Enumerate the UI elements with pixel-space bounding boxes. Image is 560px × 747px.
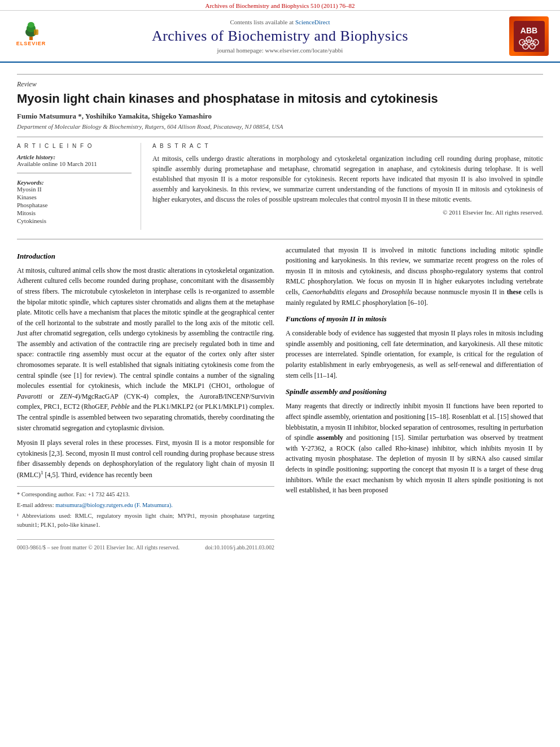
journal-title-block: Contents lists available at ScienceDirec… bbox=[56, 19, 504, 54]
article-type-label: Review bbox=[17, 80, 543, 89]
info-abstract-section: A R T I C L E I N F O Article history: A… bbox=[17, 143, 543, 230]
keyword-1: Myosin II bbox=[17, 186, 132, 193]
email-address: matsumura@biology.rutgers.edu (F. Matsum… bbox=[55, 502, 173, 508]
body-left-column: Introduction At mitosis, cultured animal… bbox=[17, 245, 274, 552]
contents-label: Contents lists available at bbox=[230, 19, 294, 25]
keyword-2: Kinases bbox=[17, 194, 132, 200]
article-info-column: A R T I C L E I N F O Article history: A… bbox=[17, 143, 141, 230]
svg-rect-0 bbox=[29, 37, 33, 40]
keywords-label: Keywords: bbox=[17, 179, 132, 186]
abb-logo-svg: ABB bbox=[514, 21, 545, 52]
elsevier-tree-icon bbox=[17, 21, 45, 41]
sciencedirect-text: ScienceDirect bbox=[295, 19, 330, 25]
doi-text: doi:10.1016/j.abb.2011.03.002 bbox=[205, 543, 274, 552]
keyword-4: Mitosis bbox=[17, 209, 132, 216]
spindle-heading: Spindle assembly and positioning bbox=[286, 386, 543, 397]
copyright-text: © 2011 Elsevier Inc. All rights reserved… bbox=[152, 209, 543, 216]
body-right-column: accumulated that myosin II is involved i… bbox=[286, 245, 543, 552]
functions-heading: Functions of myosin II in mitosis bbox=[286, 313, 543, 325]
body-right-para-1: accumulated that myosin II is involved i… bbox=[286, 245, 543, 308]
issn-text: 0003-9861/$ – see front matter © 2011 El… bbox=[17, 543, 180, 552]
spindle-para: Many reagents that directly or indirectl… bbox=[286, 401, 543, 495]
abb-logo: ABB bbox=[504, 16, 549, 56]
sciencedirect-link[interactable]: ScienceDirect bbox=[295, 19, 330, 25]
keywords-section: Keywords: Myosin II Kinases Phosphatase … bbox=[17, 179, 132, 224]
journal-citation-bar: Archives of Biochemistry and Biophysics … bbox=[0, 0, 560, 11]
article-history: Article history: Available online 10 Mar… bbox=[17, 154, 132, 167]
body-section: Introduction At mitosis, cultured animal… bbox=[17, 245, 543, 552]
affiliation-text: Department of Molecular Biology & Bioche… bbox=[17, 123, 543, 130]
abstract-text: At mitosis, cells undergo drastic altera… bbox=[152, 154, 543, 204]
homepage-text: journal homepage: www.elsevier.com/locat… bbox=[217, 47, 343, 54]
contents-line: Contents lists available at ScienceDirec… bbox=[56, 19, 504, 25]
intro-para-2: Myosin II plays several roles in these p… bbox=[17, 438, 274, 480]
abb-logo-box: ABB bbox=[509, 16, 549, 56]
svg-rect-4 bbox=[34, 29, 38, 35]
top-divider bbox=[17, 74, 543, 75]
article-info-label: A R T I C L E I N F O bbox=[17, 143, 132, 149]
elsevier-text-label: ELSEVIER bbox=[16, 41, 46, 46]
footnote-corresponding: * Corresponding author. Fax: +1 732 445 … bbox=[17, 490, 274, 499]
keywords-list: Myosin II Kinases Phosphatase Mitosis Cy… bbox=[17, 186, 132, 224]
functions-para: A considerable body of evidence has sugg… bbox=[286, 328, 543, 381]
journal-header: ELSEVIER Contents lists available at Sci… bbox=[0, 11, 560, 63]
main-content: Review Myosin light chain kinases and ph… bbox=[0, 63, 560, 563]
history-label: Article history: bbox=[17, 154, 132, 160]
authors-text: Fumio Matsumura *, Yoshihiko Yamakita, S… bbox=[17, 112, 212, 120]
middle-divider bbox=[17, 137, 543, 137]
svg-text:ABB: ABB bbox=[520, 26, 537, 35]
journal-main-title: Archives of Biochemistry and Biophysics bbox=[56, 28, 504, 45]
intro-para-1: At mitosis, cultured animal cells show t… bbox=[17, 265, 274, 434]
abstract-label: A B S T R A C T bbox=[152, 143, 543, 149]
footnote-email: E-mail address: matsumura@biology.rutger… bbox=[17, 501, 274, 510]
intro-heading: Introduction bbox=[17, 251, 274, 262]
homepage-line: journal homepage: www.elsevier.com/locat… bbox=[56, 47, 504, 54]
svg-point-3 bbox=[28, 22, 34, 28]
body-divider bbox=[17, 239, 543, 239]
abstract-column: A B S T R A C T At mitosis, cells underg… bbox=[152, 143, 543, 230]
authors-line: Fumio Matsumura *, Yoshihiko Yamakita, S… bbox=[17, 112, 543, 121]
available-online: Available online 10 March 2011 bbox=[17, 160, 132, 167]
keyword-3: Phosphatase bbox=[17, 202, 132, 208]
keyword-5: Cytokinesis bbox=[17, 217, 132, 224]
article-title: Myosin light chain kinases and phosphata… bbox=[17, 91, 543, 107]
bottom-bar: 0003-9861/$ – see front matter © 2011 El… bbox=[17, 539, 274, 552]
footnote-1: ¹ Abbreviations used: RMLC, regulatory m… bbox=[17, 512, 274, 530]
email-label: E-mail address: bbox=[17, 502, 54, 508]
journal-citation-text: Archives of Biochemistry and Biophysics … bbox=[205, 2, 355, 9]
elsevier-logo: ELSEVIER bbox=[11, 21, 56, 52]
info-divider bbox=[17, 173, 132, 173]
footnote-section: * Corresponding author. Fax: +1 732 445 … bbox=[17, 486, 274, 530]
